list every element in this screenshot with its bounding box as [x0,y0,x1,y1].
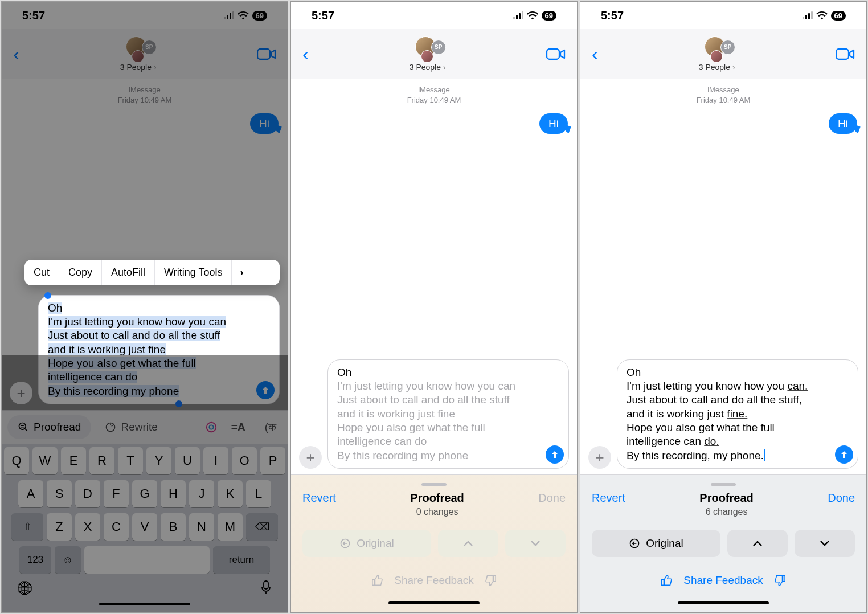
key-z[interactable]: Z [47,513,72,541]
ctx-more-icon[interactable]: › [232,260,251,285]
panel-grabber[interactable] [421,483,447,486]
key-w[interactable]: W [32,447,58,474]
wt-font-icon[interactable]: =A [226,415,251,439]
header-title[interactable]: SP 3 People [699,36,735,72]
header-title[interactable]: SP 3 People [120,36,157,72]
key-s[interactable]: S [47,480,72,507]
home-indicator[interactable] [678,601,769,604]
compose-text-input[interactable]: Oh I'm just letting you know how you can… [617,359,858,469]
original-button[interactable]: Original [302,530,431,557]
message-bubble-hi[interactable]: Hi [250,113,279,134]
plus-button[interactable]: + [588,446,611,469]
message-bubble-hi[interactable]: Hi [829,113,857,134]
writing-tools-bar: Proofread Rewrite =A (क [2,410,288,444]
key-i[interactable]: I [203,447,228,474]
home-indicator[interactable] [99,603,190,605]
thread-info: iMessageFriday 10:49 AM [589,85,857,105]
thumbs-up-icon [661,574,673,587]
key-x[interactable]: X [75,513,100,541]
magnify-text-icon [18,421,29,433]
panel-grabber[interactable] [711,483,736,486]
prev-change-button[interactable] [727,530,788,557]
wt-proofread-chip[interactable]: Proofread [7,415,91,439]
key-u[interactable]: U [175,447,200,474]
rewrite-icon [105,421,116,433]
key-b[interactable]: B [161,513,186,541]
key-g[interactable]: G [132,480,157,507]
key-a[interactable]: A [18,480,43,507]
compose-text-input[interactable]: Oh I'm just letting you know how you can… [327,359,569,469]
key-q[interactable]: Q [4,447,29,474]
keyboard-row-2: A S D F G H J K L [4,480,285,507]
status-time: 5:57 [22,9,45,22]
send-button[interactable] [835,445,853,464]
wt-rewrite-chip[interactable]: Rewrite [99,415,163,439]
key-j[interactable]: J [189,480,214,507]
siri-intelligence-icon[interactable] [205,421,218,433]
back-button[interactable]: ‹ [302,43,309,65]
key-t[interactable]: T [118,447,143,474]
message-thread[interactable]: iMessageFriday 10:49 AM Hi [291,79,577,355]
status-time: 5:57 [312,9,334,22]
selection-handle-end[interactable] [175,400,182,407]
original-button[interactable]: Original [592,530,720,557]
home-indicator[interactable] [388,601,480,604]
key-backspace[interactable]: ⌫ [246,513,278,541]
message-bubble-hi[interactable]: Hi [539,113,568,134]
prev-change-button[interactable] [438,530,498,557]
key-k[interactable]: K [218,480,243,507]
people-label: 3 People [699,63,735,72]
compose-text-input[interactable]: Oh I'm just letting you know how you can… [38,295,280,404]
done-button[interactable]: Done [538,492,566,505]
send-button[interactable] [546,445,564,464]
selection-handle-start[interactable] [44,292,51,299]
key-n[interactable]: N [189,513,214,541]
ctx-cut[interactable]: Cut [24,260,59,285]
facetime-video-icon[interactable] [546,47,566,61]
facetime-video-icon[interactable] [836,47,855,61]
proofread-panel: Revert Proofread 6 changes Done Original… [580,474,866,612]
key-e[interactable]: E [61,447,86,474]
revert-button[interactable]: Revert [592,492,625,505]
message-thread[interactable]: iMessage Friday 10:49 AM Hi [2,79,288,290]
plus-button[interactable]: + [299,446,322,469]
ctx-writing-tools[interactable]: Writing Tools [155,260,232,285]
key-emoji[interactable]: ☺ [55,546,81,574]
key-r[interactable]: R [89,447,114,474]
ctx-autofill[interactable]: AutoFill [102,260,155,285]
back-button[interactable]: ‹ [13,43,19,65]
next-change-button[interactable] [795,530,855,557]
facetime-video-icon[interactable] [257,47,276,61]
dictation-mic-icon[interactable] [260,580,272,595]
thumbs-down-icon [484,574,497,587]
key-l[interactable]: L [246,480,271,507]
message-thread[interactable]: iMessageFriday 10:49 AM Hi [580,79,866,355]
key-f[interactable]: F [104,480,129,507]
next-change-button[interactable] [505,530,566,557]
key-p[interactable]: P [260,447,285,474]
key-o[interactable]: O [232,447,257,474]
key-y[interactable]: Y [146,447,171,474]
key-d[interactable]: D [75,480,100,507]
key-m[interactable]: M [218,513,243,541]
revert-button[interactable]: Revert [302,492,336,505]
ctx-copy[interactable]: Copy [59,260,102,285]
done-button[interactable]: Done [828,492,855,505]
wt-translate-icon[interactable]: (क [259,415,282,439]
plus-button[interactable]: + [10,382,32,404]
back-button[interactable]: ‹ [592,43,598,65]
globe-icon[interactable]: 🌐︎ [18,580,32,598]
share-feedback[interactable]: Share Feedback [302,574,566,587]
key-shift[interactable]: ⇧ [11,513,43,541]
key-123[interactable]: 123 [19,546,51,574]
screen-3-proofread-result: 5:57 69 ‹ SP 3 People iMessageFriday 10:… [580,1,867,613]
share-feedback[interactable]: Share Feedback [592,574,855,587]
chevron-down-icon [530,540,541,547]
key-return[interactable]: return [213,546,270,574]
key-c[interactable]: C [104,513,129,541]
header-title[interactable]: SP 3 People [410,36,446,72]
key-space[interactable] [84,546,210,574]
key-v[interactable]: V [132,513,157,541]
send-button[interactable] [256,381,275,399]
key-h[interactable]: H [161,480,186,507]
